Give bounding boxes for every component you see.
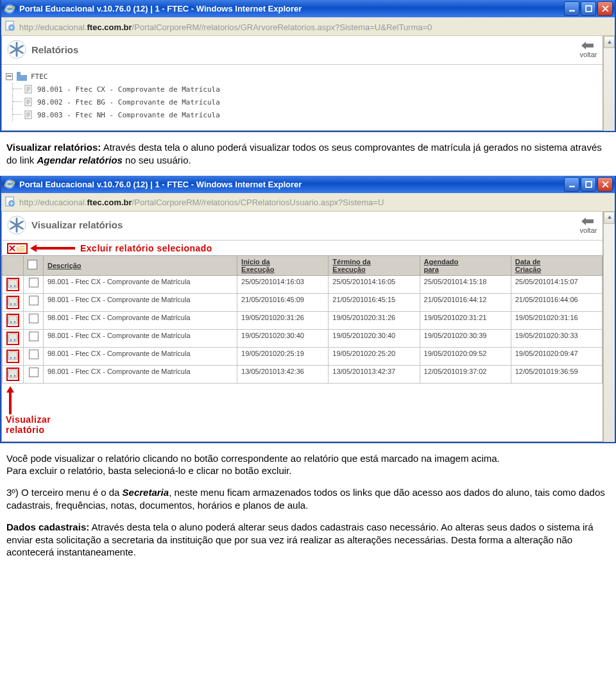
col-agendado[interactable]: Agendadopara xyxy=(420,255,511,275)
row-checkbox[interactable] xyxy=(29,350,38,359)
table-row: 98.001 - Ftec CX - Comprovante de Matríc… xyxy=(3,275,603,293)
tree-item-label: 98.001 - Ftec CX - Comprovante de Matríc… xyxy=(37,85,220,94)
address-bar[interactable]: http://educacional.ftec.com.br/PortalCor… xyxy=(1,193,615,212)
content-area: Relatórios voltar FTEC 98.001 - Ftec CX … xyxy=(1,36,603,131)
ie-icon xyxy=(4,178,15,190)
back-button[interactable]: voltar xyxy=(579,216,597,234)
cell-termino: 13/05/201013:42:37 xyxy=(329,365,420,383)
row-checkbox[interactable] xyxy=(29,278,38,287)
svg-point-19 xyxy=(10,285,12,286)
window-title: Portal Educacional v.10.76.0 (12) | 1 - … xyxy=(19,0,302,17)
asterisk-logo-icon xyxy=(7,40,26,59)
svg-rect-30 xyxy=(8,352,17,360)
delete-toolbar: Excluir relatório selecionado xyxy=(2,241,603,255)
col-inicio[interactable]: Início daExecução xyxy=(237,255,329,275)
tree-item[interactable]: 98.001 - Ftec CX - Comprovante de Matríc… xyxy=(12,83,599,96)
cell-descricao: 98.001 - Ftec CX - Comprovante de Matríc… xyxy=(44,365,237,383)
asterisk-logo-icon xyxy=(7,216,26,235)
tree-item[interactable]: 98.003 - Ftec NH - Comprovante de Matríc… xyxy=(12,108,599,121)
cell-termino: 19/05/201020:30:40 xyxy=(329,329,420,347)
cell-descricao: 98.001 - Ftec CX - Comprovante de Matríc… xyxy=(44,293,237,311)
svg-point-31 xyxy=(10,357,12,358)
select-all-checkbox[interactable] xyxy=(28,260,37,269)
minimize-button[interactable] xyxy=(564,177,579,192)
cell-criacao: 21/05/201016:44:06 xyxy=(511,293,602,311)
maximize-button[interactable] xyxy=(581,1,596,16)
window-visualizar-relatorios: Portal Educacional v.10.76.0 (12) | 1 - … xyxy=(0,176,616,443)
scrollbar[interactable] xyxy=(603,36,615,131)
view-report-button[interactable] xyxy=(8,333,18,343)
tree-item-label: 98.003 - Ftec NH - Comprovante de Matríc… xyxy=(37,111,220,119)
col-select xyxy=(24,255,44,275)
scroll-up-button[interactable] xyxy=(604,212,615,224)
address-bar[interactable]: http://educacional.ftec.com.br/PortalCor… xyxy=(1,17,615,36)
svg-point-20 xyxy=(14,285,15,286)
col-criacao[interactable]: Data deCriação xyxy=(511,255,602,275)
scrollbar[interactable] xyxy=(603,212,615,442)
document-icon xyxy=(24,110,33,119)
maximize-button[interactable] xyxy=(581,177,596,192)
minimize-button[interactable] xyxy=(564,1,579,16)
view-report-button-highlight xyxy=(6,278,19,291)
cell-descricao: 98.001 - Ftec CX - Comprovante de Matríc… xyxy=(44,329,237,347)
svg-point-34 xyxy=(10,375,12,376)
view-report-button[interactable] xyxy=(8,279,18,289)
tree-root[interactable]: FTEC xyxy=(6,70,599,83)
collapse-icon[interactable] xyxy=(6,73,13,80)
svg-point-35 xyxy=(14,375,15,376)
tree-item[interactable]: 98.002 - Ftec BG - Comprovante de Matríc… xyxy=(12,96,599,108)
folder-open-icon[interactable] xyxy=(17,245,26,252)
arrow-up-icon xyxy=(6,386,15,414)
svg-rect-21 xyxy=(8,298,17,306)
view-annotation: Visualizar relatório xyxy=(2,384,603,441)
content-area: Visualizar relatórios voltar Excluir rel… xyxy=(1,212,603,442)
row-checkbox[interactable] xyxy=(29,314,38,323)
page-title: Visualizar relatórios xyxy=(31,219,123,230)
folder-icon xyxy=(17,72,27,81)
svg-rect-33 xyxy=(8,369,17,378)
row-checkbox[interactable] xyxy=(29,332,38,341)
page-icon xyxy=(4,196,16,207)
view-report-button-highlight xyxy=(6,296,19,309)
cell-descricao: 98.001 - Ftec CX - Comprovante de Matríc… xyxy=(44,347,237,365)
view-report-button[interactable] xyxy=(8,351,18,360)
svg-rect-13 xyxy=(569,185,575,187)
svg-rect-18 xyxy=(8,280,17,288)
back-button-label: voltar xyxy=(580,226,597,234)
close-button[interactable] xyxy=(597,1,613,16)
back-button[interactable]: voltar xyxy=(579,40,597,58)
window-title: Portal Educacional v.10.76.0 (12) | 1 - … xyxy=(19,176,302,193)
view-report-button-highlight xyxy=(6,314,19,327)
table-row: 98.001 - Ftec CX - Comprovante de Matríc… xyxy=(3,311,603,329)
col-descricao[interactable]: Descrição xyxy=(44,255,237,275)
svg-point-32 xyxy=(14,357,15,358)
svg-point-28 xyxy=(10,339,12,340)
row-checkbox[interactable] xyxy=(29,368,38,377)
instruction-dados-cadastrais: Dados cadastrais: Através desta tela o a… xyxy=(6,521,610,559)
col-termino[interactable]: Término daExecução xyxy=(329,255,420,275)
url-text: http://educacional.ftec.com.br/PortalCor… xyxy=(19,22,432,32)
view-report-button-highlight xyxy=(6,350,19,363)
view-report-button[interactable] xyxy=(8,369,18,378)
close-button[interactable] xyxy=(597,177,613,192)
page-title: Relatórios xyxy=(31,44,78,55)
cell-agendado: 19/05/201020:09:52 xyxy=(420,347,511,365)
svg-rect-7 xyxy=(17,72,21,74)
svg-point-23 xyxy=(14,303,15,304)
view-report-button[interactable] xyxy=(8,297,18,307)
svg-rect-9 xyxy=(25,98,31,106)
svg-rect-2 xyxy=(569,10,575,12)
view-annotation-line1: Visualizar xyxy=(6,414,603,425)
row-checkbox[interactable] xyxy=(29,296,38,305)
cell-inicio: 19/05/201020:25:19 xyxy=(237,347,329,365)
svg-rect-27 xyxy=(8,334,17,342)
svg-rect-8 xyxy=(25,85,31,93)
url-text: http://educacional.ftec.com.br/PortalCor… xyxy=(19,198,384,207)
titlebar[interactable]: Portal Educacional v.10.76.0 (12) | 1 - … xyxy=(1,176,615,193)
scroll-up-button[interactable] xyxy=(604,36,615,48)
view-report-button[interactable] xyxy=(8,315,18,325)
titlebar[interactable]: Portal Educacional v.10.76.0 (12) | 1 - … xyxy=(1,0,615,17)
view-report-button-highlight xyxy=(6,368,19,381)
svg-rect-14 xyxy=(586,182,592,187)
cell-agendado: 21/05/201016:44:12 xyxy=(420,293,511,311)
